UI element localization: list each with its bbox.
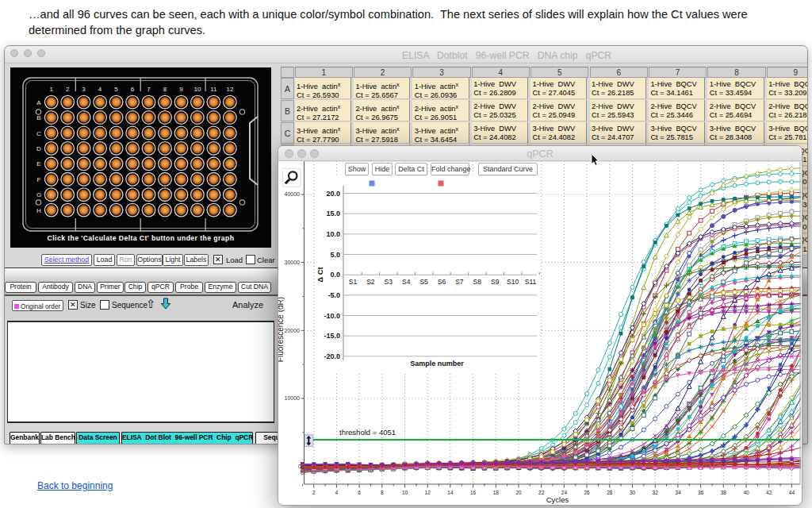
svg-text:14: 14 [447, 490, 454, 495]
svg-text:30000: 30000 [285, 260, 301, 265]
svg-text:-10.0: -10.0 [324, 312, 340, 320]
svg-text:8: 8 [163, 86, 167, 93]
svg-text:3: 3 [82, 86, 86, 93]
svg-text:32: 32 [653, 490, 659, 495]
svg-text:-5.0: -5.0 [327, 291, 340, 299]
svg-text:-15.0: -15.0 [324, 332, 340, 340]
svg-text:-20.0: -20.0 [324, 352, 340, 360]
svg-text:0.0: 0.0 [330, 271, 340, 279]
svg-text:20000: 20000 [285, 328, 301, 333]
svg-text:C: C [36, 130, 41, 137]
svg-text:34: 34 [675, 490, 681, 495]
svg-text:20: 20 [515, 490, 522, 495]
svg-text:6: 6 [358, 490, 361, 495]
svg-text:A: A [36, 99, 41, 106]
svg-text:8: 8 [381, 490, 384, 495]
svg-text:12: 12 [425, 490, 431, 495]
svg-text:40000: 40000 [285, 191, 301, 197]
svg-text:10: 10 [193, 86, 201, 93]
svg-text:4: 4 [335, 490, 339, 495]
svg-text:4: 4 [98, 86, 102, 93]
svg-text:15.0: 15.0 [326, 210, 340, 217]
svg-text:D: D [36, 145, 41, 152]
svg-text:10000: 10000 [285, 395, 301, 401]
svg-text:S1: S1 [349, 278, 358, 286]
svg-text:S5: S5 [419, 278, 428, 286]
svg-text:6: 6 [131, 86, 135, 93]
svg-text:S10: S10 [507, 278, 519, 286]
svg-text:S7: S7 [455, 278, 464, 286]
svg-text:36: 36 [698, 490, 704, 495]
svg-text:22: 22 [538, 490, 545, 495]
svg-text:5: 5 [114, 86, 118, 93]
svg-text:2: 2 [66, 86, 70, 93]
svg-text:S6: S6 [438, 278, 446, 286]
svg-text:G: G [36, 191, 41, 198]
svg-text:F: F [37, 176, 41, 183]
svg-text:S8: S8 [473, 278, 482, 286]
svg-text:24: 24 [561, 490, 568, 495]
svg-text:20.0: 20.0 [326, 190, 340, 198]
svg-text:16: 16 [470, 490, 477, 495]
svg-text:B: B [36, 114, 40, 121]
svg-text:Cycles: Cycles [546, 495, 569, 504]
svg-text:26: 26 [584, 490, 590, 495]
svg-text:30: 30 [630, 490, 636, 495]
svg-text:1: 1 [49, 86, 53, 93]
svg-text:Fluorescence (dR): Fluorescence (dR) [278, 297, 285, 362]
svg-text:44: 44 [789, 490, 795, 495]
svg-text:S3: S3 [385, 278, 393, 286]
svg-text:S4: S4 [402, 278, 411, 286]
svg-text:Δ Ct: Δ Ct [316, 266, 324, 282]
svg-text:threshold = 4051: threshold = 4051 [339, 428, 396, 437]
svg-text:0: 0 [298, 464, 301, 469]
svg-text:28: 28 [607, 490, 613, 495]
svg-text:40: 40 [743, 490, 749, 495]
svg-text:2: 2 [312, 490, 316, 495]
svg-text:18: 18 [493, 490, 500, 495]
svg-text:12: 12 [226, 86, 233, 93]
svg-text:5.0: 5.0 [330, 251, 340, 259]
svg-text:S2: S2 [366, 278, 375, 286]
svg-text:S11: S11 [525, 278, 537, 286]
svg-text:42: 42 [766, 490, 772, 495]
svg-text:E: E [36, 160, 40, 167]
svg-text:9: 9 [179, 86, 183, 93]
svg-text:S9: S9 [491, 278, 500, 286]
svg-text:10: 10 [402, 490, 408, 495]
svg-text:10.0: 10.0 [326, 230, 340, 238]
svg-text:H: H [36, 207, 41, 214]
svg-text:11: 11 [210, 86, 217, 93]
svg-text:7: 7 [147, 86, 151, 93]
svg-text:38: 38 [721, 490, 727, 495]
svg-text:Sample number: Sample number [410, 360, 464, 368]
